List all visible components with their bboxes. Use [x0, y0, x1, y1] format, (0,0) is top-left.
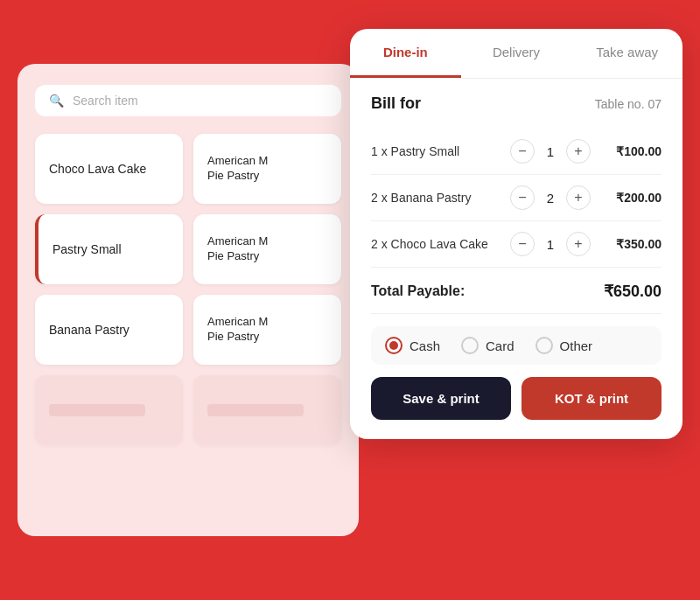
qty-value-3: 1 [542, 237, 559, 252]
payment-cash-label: Cash [410, 338, 440, 353]
qty-increase-3[interactable]: + [566, 232, 591, 256]
scene: 🔍 Search item Choco Lava Cake American M… [18, 29, 682, 571]
menu-card-label-6: American MPie Pastry [207, 315, 268, 345]
menu-card-label-3: Pastry Small [52, 241, 122, 257]
table-number: Table no. 07 [595, 97, 662, 111]
qty-value-1: 1 [542, 144, 559, 159]
menu-card-label-7 [49, 404, 145, 416]
menu-card-6[interactable]: American MPie Pastry [193, 295, 341, 365]
total-label: Total Payable: [371, 283, 465, 299]
menu-card-3[interactable]: Pastry Small [35, 214, 183, 284]
action-buttons: Save & print KOT & print [371, 377, 662, 423]
qty-increase-2[interactable]: + [566, 185, 591, 210]
menu-card-4[interactable]: American MPie Pastry [193, 214, 341, 284]
search-bar[interactable]: 🔍 Search item [35, 85, 341, 116]
item-price-2: ₹200.00 [605, 191, 662, 205]
payment-cash[interactable]: Cash [385, 337, 440, 354]
tab-delivery[interactable]: Delivery [461, 29, 572, 78]
item-name-1: 1 x Pastry Small [371, 144, 496, 158]
total-amount: ₹650.00 [604, 282, 662, 301]
menu-card-2[interactable]: American MPie Pastry [193, 134, 341, 204]
tab-dine-in[interactable]: Dine-in [350, 29, 461, 78]
item-price-1: ₹100.00 [605, 144, 662, 158]
qty-decrease-1[interactable]: − [510, 139, 535, 164]
menu-card-label-2: American MPie Pastry [207, 154, 268, 184]
menu-grid: Choco Lava Cake American MPie Pastry Pas… [35, 134, 341, 445]
menu-card-label-4: American MPie Pastry [207, 234, 268, 264]
radio-cash-circle [385, 337, 402, 354]
menu-card-8[interactable] [193, 375, 341, 445]
bill-panel: Dine-in Delivery Take away Bill for Tabl… [350, 29, 682, 439]
save-print-button[interactable]: Save & print [371, 377, 511, 420]
qty-increase-1[interactable]: + [566, 139, 591, 164]
tab-take-away[interactable]: Take away [571, 29, 682, 78]
search-icon: 🔍 [49, 94, 64, 108]
tabs: Dine-in Delivery Take away [350, 29, 682, 79]
total-row: Total Payable: ₹650.00 [371, 268, 662, 314]
qty-decrease-3[interactable]: − [510, 232, 535, 256]
payment-card-label: Card [486, 338, 514, 353]
menu-card-label-5: Banana Pastry [49, 322, 130, 338]
menu-card-7[interactable] [35, 375, 183, 445]
payment-card[interactable]: Card [461, 337, 514, 354]
payment-options: Cash Card Other [371, 326, 662, 365]
radio-cash-inner [389, 341, 398, 350]
bill-header: Bill for Table no. 07 [371, 94, 662, 113]
payment-other[interactable]: Other [536, 337, 593, 354]
radio-card-circle [461, 337, 479, 354]
qty-control-1: − 1 + [510, 139, 591, 164]
qty-control-3: − 1 + [510, 232, 591, 256]
item-name-3: 2 x Choco Lava Cake [371, 237, 496, 251]
qty-control-2: − 2 + [510, 185, 591, 210]
qty-decrease-2[interactable]: − [510, 185, 535, 210]
item-price-3: ₹350.00 [605, 237, 662, 251]
menu-card-label-1: Choco Lava Cake [49, 161, 146, 177]
kot-print-button[interactable]: KOT & print [522, 377, 662, 420]
bill-for-label: Bill for [371, 94, 421, 113]
search-placeholder: Search item [73, 94, 138, 108]
menu-card-5[interactable]: Banana Pastry [35, 295, 183, 365]
item-name-2: 2 x Banana Pastry [371, 191, 496, 205]
menu-panel: 🔍 Search item Choco Lava Cake American M… [18, 64, 359, 536]
line-item-2: 2 x Banana Pastry − 2 + ₹200.00 [371, 175, 662, 221]
qty-value-2: 2 [542, 191, 559, 206]
menu-card-label-8 [207, 404, 304, 416]
menu-card-1[interactable]: Choco Lava Cake [35, 134, 183, 204]
line-item-3: 2 x Choco Lava Cake − 1 + ₹350.00 [371, 221, 662, 268]
line-item-1: 1 x Pastry Small − 1 + ₹100.00 [371, 129, 662, 175]
payment-other-label: Other [560, 338, 593, 353]
bill-content: Bill for Table no. 07 1 x Pastry Small −… [350, 79, 682, 439]
radio-other-circle [536, 337, 553, 354]
